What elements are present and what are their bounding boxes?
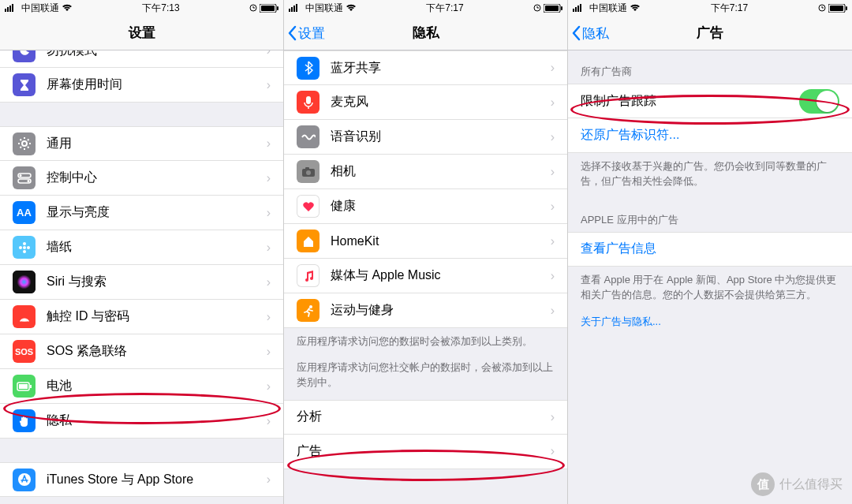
- watermark-text: 什么值得买: [779, 476, 843, 493]
- row-label: 显示与亮度: [47, 204, 267, 221]
- chevron-right-icon: ›: [267, 136, 271, 151]
- row-电池[interactable]: 电池›: [0, 369, 283, 404]
- row-墙纸[interactable]: 墙纸›: [0, 230, 283, 265]
- row-screen-time[interactable]: 屏幕使用时间 ›: [0, 68, 283, 103]
- row-Siri-与搜索[interactable]: Siri 与搜索›: [0, 265, 283, 300]
- camera-icon: [297, 160, 320, 183]
- chevron-right-icon: ›: [267, 275, 271, 289]
- row-label: 隐私: [47, 413, 267, 429]
- row-分析[interactable]: 分析›: [284, 400, 567, 435]
- battery-icon: [544, 4, 562, 13]
- row-view-ad-info[interactable]: 查看广告信息: [568, 232, 852, 267]
- row-reset-ad-id[interactable]: 还原广告标识符...: [568, 118, 852, 153]
- row-SOS-紧急联络[interactable]: SOSSOS 紧急联络›: [0, 334, 283, 369]
- footer-text: 应用程序请求访问您社交帐户的数据时，会被添加到以上类别中。: [284, 359, 567, 400]
- svg-rect-2: [9, 6, 11, 12]
- status-bar: 中国联通 下午7:17: [568, 0, 852, 16]
- flower-icon: [13, 236, 36, 259]
- svg-point-13: [23, 246, 26, 249]
- nav-bar: 设置 隐私: [284, 16, 567, 50]
- row-健康[interactable]: 健康›: [284, 189, 567, 224]
- nav-title: 隐私: [413, 24, 439, 42]
- chevron-right-icon: ›: [267, 50, 271, 58]
- svg-rect-0: [5, 9, 6, 12]
- chevron-right-icon: ›: [267, 414, 271, 428]
- status-time: 下午7:13: [142, 2, 179, 15]
- siri-icon: [13, 271, 36, 293]
- row-麦克风[interactable]: 麦克风›: [284, 85, 567, 120]
- toggle-limit-ad-tracking[interactable]: [799, 89, 839, 114]
- signal-icon: [573, 4, 585, 12]
- row-控制中心[interactable]: 控制中心›: [0, 161, 283, 196]
- back-button[interactable]: 隐私: [571, 16, 609, 50]
- chevron-right-icon: ›: [551, 95, 555, 110]
- svg-rect-40: [580, 4, 581, 12]
- svg-rect-38: [575, 7, 577, 12]
- svg-point-8: [22, 141, 27, 146]
- row-label: 控制中心: [47, 170, 267, 186]
- svg-point-12: [27, 180, 29, 182]
- row-label: 麦克风: [331, 94, 551, 110]
- row-label: HomeKit: [331, 234, 551, 248]
- hourglass-icon: [13, 73, 36, 96]
- svg-rect-43: [846, 6, 847, 10]
- back-label: 隐私: [582, 24, 609, 43]
- row-隐私[interactable]: 隐私›: [0, 404, 283, 439]
- link-label: 查看广告信息: [581, 241, 839, 257]
- row-label: SOS 紧急联络: [47, 343, 267, 360]
- battery-icon: [828, 4, 847, 13]
- chevron-right-icon: ›: [267, 241, 271, 255]
- row-通用[interactable]: 通用›: [0, 126, 283, 161]
- svg-point-19: [17, 275, 32, 289]
- row-媒体与-Apple-Music[interactable]: 媒体与 Apple Music›: [284, 259, 567, 293]
- row-相机[interactable]: 相机›: [284, 155, 567, 189]
- row-HomeKit[interactable]: HomeKit›: [284, 224, 567, 259]
- svg-point-14: [23, 242, 26, 245]
- row-运动与健身[interactable]: 运动与健身›: [284, 293, 567, 328]
- heart-icon: [297, 195, 320, 218]
- chevron-right-icon: ›: [267, 310, 271, 324]
- row-label: 广告: [297, 443, 551, 460]
- gear-icon: [13, 133, 36, 155]
- row-label: iTunes Store 与 App Store: [47, 472, 267, 488]
- chevron-left-icon: [287, 25, 297, 41]
- row-iTunes-Store-与-App-Store[interactable]: iTunes Store 与 App Store›: [0, 462, 283, 497]
- chevron-right-icon: ›: [267, 472, 271, 487]
- hand-icon: [13, 409, 36, 432]
- row-label: 分析: [297, 409, 551, 425]
- row-蓝牙共享[interactable]: 蓝牙共享›: [284, 50, 567, 85]
- svg-point-17: [27, 246, 30, 249]
- svg-point-10: [19, 174, 21, 177]
- chevron-right-icon: ›: [551, 304, 555, 318]
- row-触控-ID-与密码[interactable]: 触控 ID 与密码›: [0, 300, 283, 334]
- footer-text: 查看 Apple 用于在 Apple 新闻、App Store 中为您提供更相关…: [568, 267, 852, 312]
- svg-rect-30: [561, 6, 562, 10]
- wifi-icon: [62, 4, 73, 12]
- chevron-right-icon: ›: [551, 269, 555, 283]
- chevron-right-icon: ›: [267, 379, 271, 394]
- chevron-right-icon: ›: [551, 200, 555, 214]
- row-label: 触控 ID 与密码: [47, 308, 267, 325]
- alarm-icon: [249, 4, 257, 12]
- alarm-icon: [818, 4, 826, 12]
- watermark: 值 什么值得买: [751, 472, 843, 496]
- section-header: APPLE 应用中的广告: [568, 199, 852, 232]
- row-语音识别[interactable]: 语音识别›: [284, 120, 567, 155]
- carrier-label: 中国联通: [589, 2, 627, 15]
- svg-rect-27: [296, 4, 297, 12]
- signal-icon: [5, 4, 17, 12]
- status-time: 下午7:17: [426, 2, 463, 15]
- about-ads-privacy-link[interactable]: 关于广告与隐私...: [581, 315, 661, 327]
- row-显示与亮度[interactable]: AA显示与亮度›: [0, 196, 283, 230]
- watermark-badge-icon: 值: [751, 472, 775, 496]
- switches-icon: [13, 166, 36, 189]
- row-do-not-disturb[interactable]: 勿扰模式 ›: [0, 50, 283, 68]
- row-limit-ad-tracking[interactable]: 限制广告跟踪: [568, 84, 852, 118]
- back-button[interactable]: 设置: [287, 16, 325, 50]
- svg-rect-3: [12, 4, 13, 12]
- chevron-right-icon: ›: [551, 234, 555, 248]
- music-icon: [297, 264, 320, 287]
- row-label: 相机: [331, 163, 551, 180]
- wifi-icon: [630, 4, 641, 12]
- row-广告[interactable]: 广告›: [284, 435, 567, 469]
